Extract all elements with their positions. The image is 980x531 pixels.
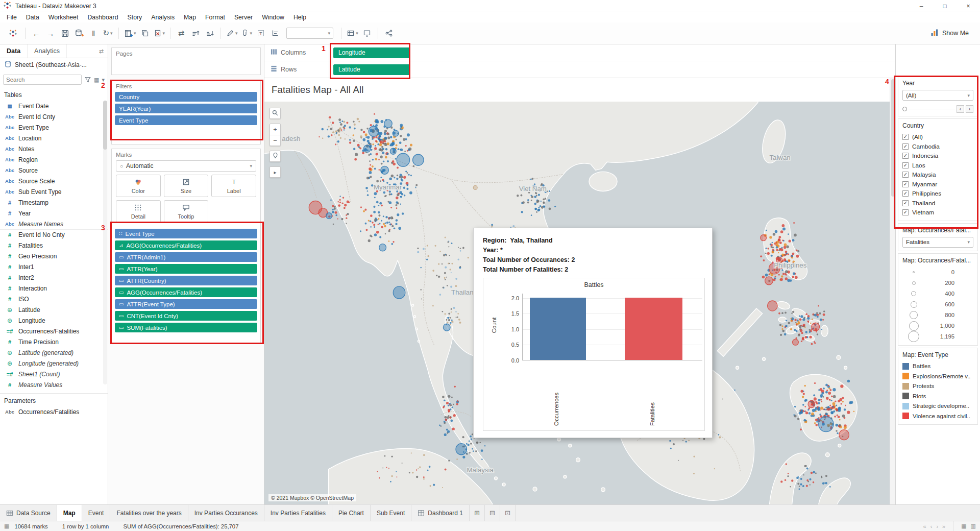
fix-axes-button[interactable] [268, 25, 282, 41]
show-me-button[interactable]: Show Me [930, 29, 969, 38]
close-button[interactable]: × [957, 0, 980, 12]
color-button[interactable]: Color [116, 175, 161, 197]
shelf-pill-latitude[interactable]: Latitude [333, 64, 410, 75]
sheet-tab-inv-parties-occurances[interactable]: Inv Parties Occurances [188, 505, 264, 521]
field-sheet1-count[interactable]: =#Sheet1 (Count) [0, 369, 108, 379]
field-interaction[interactable]: #Interaction [0, 283, 108, 294]
checkbox-icon[interactable]: ✓ [902, 143, 909, 150]
redo-button[interactable]: → [43, 25, 58, 41]
highlight-button[interactable]: ▾ [225, 25, 239, 41]
field-source-scale[interactable]: AbcSource Scale [0, 176, 108, 186]
checkbox-icon[interactable]: ✓ [902, 190, 909, 197]
menu-item-analysis[interactable]: Analysis [146, 14, 179, 21]
undo-button[interactable]: ← [29, 25, 43, 41]
slider-prev-button[interactable]: ‹ [957, 105, 964, 113]
sheet-tab-dashboard-1[interactable]: Dashboard 1 [411, 505, 470, 521]
field-time-precision[interactable]: #Time Precision [0, 336, 108, 347]
checkbox-icon[interactable]: ✓ [902, 200, 909, 206]
save-button[interactable] [58, 25, 72, 41]
country-option-indonesia[interactable]: ✓Indonesia [902, 151, 973, 161]
marks-pill-attr-event-type[interactable]: ▭ATTR(Event Type) [115, 299, 257, 309]
marks-pill-attr-year[interactable]: ▭ATTR(Year) [115, 264, 257, 274]
shelf-pill-longitude[interactable]: Longitude [333, 47, 410, 58]
group-members-button[interactable]: ▾ [239, 25, 254, 41]
menu-item-map[interactable]: Map [179, 14, 201, 21]
field-iso[interactable]: #ISO [0, 294, 108, 304]
tableau-home-button[interactable] [4, 29, 21, 38]
menu-item-help[interactable]: Help [289, 14, 311, 21]
marks-pill-attr-admin1[interactable]: ▭ATTR(Admin1) [115, 252, 257, 262]
parameter-occurrences-fatalities[interactable]: AbcOccurrences/Fatalities [0, 406, 108, 417]
sheet-tab-sub-event[interactable]: Sub Event [371, 505, 411, 521]
duplicate-sheet-button[interactable] [138, 25, 152, 41]
view-as-grid-icon[interactable]: ▦ [94, 77, 99, 83]
tab-analytics[interactable]: Analytics [28, 44, 67, 58]
maximize-button[interactable]: □ [933, 0, 957, 12]
map-search-button[interactable] [270, 108, 281, 119]
show-hide-cards-button[interactable]: ▾ [345, 25, 360, 41]
tab-data[interactable]: Data [0, 44, 28, 58]
show-mark-labels-button[interactable]: T [254, 25, 268, 41]
legend-item-strategic-developme[interactable]: Strategic developme.. [902, 401, 973, 412]
checkbox-icon[interactable]: ✓ [902, 181, 909, 187]
new-data-source-button[interactable] [72, 25, 86, 41]
field-notes[interactable]: AbcNotes [0, 143, 108, 154]
sheet-tab-data-source[interactable]: Data Source [0, 505, 57, 521]
new-worksheet-button[interactable]: ▾ [122, 25, 138, 41]
pause-auto-updates-button[interactable]: ‖ [86, 25, 101, 41]
prev-page-button[interactable]: ‹ [930, 523, 933, 529]
field-region[interactable]: AbcRegion [0, 154, 108, 165]
field-measure-values[interactable]: #Measure Values [0, 379, 108, 390]
marks-pill-attr-country[interactable]: ▭ATTR(Country) [115, 276, 257, 285]
checkbox-icon[interactable]: ✓ [902, 209, 909, 215]
search-input[interactable] [3, 75, 82, 85]
sort-descending-button[interactable] [203, 25, 217, 41]
new-worksheet-button[interactable]: ⊞ [470, 505, 485, 521]
menu-item-story[interactable]: Story [123, 14, 147, 21]
marks-pill-sum-fatalities[interactable]: ▭SUM(Fatalities) [115, 323, 257, 332]
field-event-date[interactable]: ▦Event Date [0, 101, 108, 111]
show-sheet-tabs-button[interactable]: ▦ [961, 523, 966, 529]
sort-ascending-button[interactable] [188, 25, 203, 41]
show-filmstrip-button[interactable]: ▥ [971, 523, 976, 529]
field-latitude-generated[interactable]: ⊕Latitude (generated) [0, 347, 108, 358]
label-button[interactable]: TLabel [211, 175, 256, 197]
menu-item-data[interactable]: Data [21, 14, 44, 21]
map-view[interactable]: adeshMyanmarViet NamThailandTaiwanPhilip… [264, 102, 890, 504]
field-fatalities[interactable]: #Fatalities [0, 240, 108, 251]
rows-shelf[interactable]: Rows Latitude [264, 61, 895, 78]
map-tools-expand-button[interactable]: ▸ [270, 166, 281, 178]
columns-shelf[interactable]: Columns Longitude [264, 44, 895, 61]
menu-item-server[interactable]: Server [230, 14, 257, 21]
field-latitude[interactable]: ⊕Latitude [0, 304, 108, 315]
run-auto-updates-button[interactable]: ↻▾ [101, 25, 115, 41]
field-inter1[interactable]: #Inter1 [0, 261, 108, 272]
size-button[interactable]: Size [164, 175, 209, 197]
sheet-tab-pie-chart[interactable]: Pie Chart [332, 505, 371, 521]
share-button[interactable] [382, 25, 396, 41]
legend-item-battles[interactable]: Battles [902, 361, 973, 372]
sheet-tab-event[interactable]: Event [82, 505, 111, 521]
field-occurrences-fatalities[interactable]: =#Occurrences/Fatalities [0, 326, 108, 336]
swap-rows-and-columns-button[interactable]: ⇄ [174, 25, 188, 41]
menu-item-window[interactable]: Window [257, 14, 289, 21]
zoom-in-button[interactable]: + [270, 124, 280, 135]
country-option-philippines[interactable]: ✓Philippines [902, 189, 973, 199]
field-year[interactable]: #Year [0, 208, 108, 219]
field-sub-event-type[interactable]: AbcSub Event Type [0, 186, 108, 197]
tooltip-button[interactable]: Tooltip [164, 200, 209, 223]
field-inter2[interactable]: #Inter2 [0, 272, 108, 283]
detail-button[interactable]: Detail [116, 200, 161, 223]
marks-pill-agg-occurrences-fatalities[interactable]: ▭AGG(Occurrences/Fatalities) [115, 287, 257, 297]
field-source[interactable]: AbcSource [0, 165, 108, 176]
last-page-button[interactable]: » [942, 523, 945, 529]
checkbox-icon[interactable]: ✓ [902, 134, 909, 140]
first-page-button[interactable]: « [923, 523, 926, 529]
menu-item-format[interactable]: Format [201, 14, 230, 21]
sheet-tab-map[interactable]: Map [57, 505, 82, 521]
menu-item-file[interactable]: File [2, 14, 21, 21]
country-option-laos[interactable]: ✓Laos [902, 161, 973, 171]
year-filter-dropdown[interactable]: (All) ▾ [902, 90, 973, 101]
marks-pill-cnt-event-id-cnty[interactable]: ▭CNT(Event Id Cnty) [115, 311, 257, 321]
country-option-vietnam[interactable]: ✓Vietnam [902, 208, 973, 218]
